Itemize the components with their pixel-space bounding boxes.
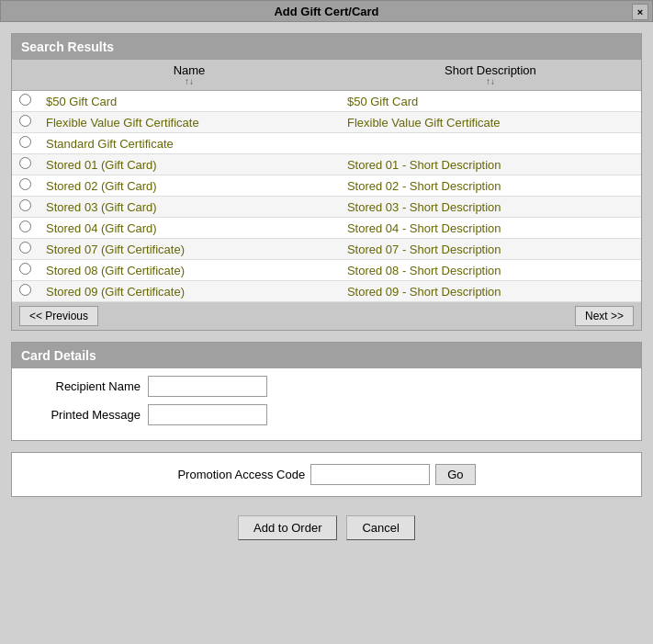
results-tbody: $50 Gift Card$50 Gift CardFlexible Value… <box>12 91 641 302</box>
row-name-cell: Stored 07 (Gift Certificate) <box>39 239 340 260</box>
row-desc-cell: $50 Gift Card <box>340 91 641 112</box>
row-name-cell: Stored 02 (Gift Card) <box>39 175 340 197</box>
row-desc-cell: Flexible Value Gift Certificate <box>340 112 641 133</box>
table-row: Stored 02 (Gift Card)Stored 02 - Short D… <box>12 175 641 197</box>
row-desc-cell <box>340 133 641 154</box>
row-radio-input[interactable] <box>19 199 31 211</box>
row-radio-input[interactable] <box>19 178 31 190</box>
th-name: Name ↑↓ <box>39 60 340 91</box>
card-details-panel: Card Details Recipient Name Printed Mess… <box>11 342 642 441</box>
recipient-name-row: Recipient Name <box>19 376 634 397</box>
row-radio-cell <box>12 112 39 133</box>
row-radio-input[interactable] <box>19 220 31 232</box>
row-radio-input[interactable] <box>19 242 31 254</box>
row-radio-input[interactable] <box>19 284 31 296</box>
row-desc-cell: Stored 04 - Short Description <box>340 218 641 239</box>
row-radio-cell <box>12 91 39 112</box>
row-desc-cell: Stored 03 - Short Description <box>340 197 641 218</box>
go-button[interactable]: Go <box>435 464 475 485</box>
card-details-content: Recipient Name Printed Message <box>12 368 641 440</box>
row-radio-cell <box>12 281 39 302</box>
cancel-button[interactable]: Cancel <box>346 515 414 540</box>
table-row: Stored 08 (Gift Certificate)Stored 08 - … <box>12 260 641 281</box>
row-name-cell: Flexible Value Gift Certificate <box>39 112 340 133</box>
row-name-cell: Stored 08 (Gift Certificate) <box>39 260 340 281</box>
bottom-buttons: Add to Order Cancel <box>11 508 642 548</box>
recipient-name-label: Recipient Name <box>19 379 148 393</box>
table-row: Stored 01 (Gift Card)Stored 01 - Short D… <box>12 154 641 175</box>
table-row: Stored 04 (Gift Card)Stored 04 - Short D… <box>12 218 641 239</box>
row-desc-cell: Stored 08 - Short Description <box>340 260 641 281</box>
th-description: Short Description ↑↓ <box>340 60 641 91</box>
row-radio-cell <box>12 218 39 239</box>
table-row: Flexible Value Gift CertificateFlexible … <box>12 112 641 133</box>
row-radio-input[interactable] <box>19 157 31 169</box>
table-row: Stored 07 (Gift Certificate)Stored 07 - … <box>12 239 641 260</box>
previous-button[interactable]: << Previous <box>19 306 98 326</box>
window-title: Add Gift Cert/Card <box>274 5 378 18</box>
row-radio-cell <box>12 154 39 175</box>
card-details-header: Card Details <box>12 343 641 368</box>
row-name-cell: Stored 01 (Gift Card) <box>39 154 340 175</box>
close-button[interactable]: × <box>632 4 648 20</box>
next-button[interactable]: Next >> <box>575 306 634 326</box>
row-radio-input[interactable] <box>19 115 31 127</box>
row-desc-cell: Stored 01 - Short Description <box>340 154 641 175</box>
add-to-order-button[interactable]: Add to Order <box>238 515 337 540</box>
row-radio-cell <box>12 197 39 218</box>
row-desc-cell: Stored 09 - Short Description <box>340 281 641 302</box>
row-desc-cell: Stored 02 - Short Description <box>340 175 641 197</box>
search-results-header: Search Results <box>12 34 641 60</box>
table-row: Stored 09 (Gift Certificate)Stored 09 - … <box>12 281 641 302</box>
search-results-panel: Search Results Name ↑↓ Short Description… <box>11 33 642 331</box>
name-sort-arrows[interactable]: ↑↓ <box>46 77 332 86</box>
promo-input[interactable] <box>310 464 430 485</box>
row-radio-input[interactable] <box>19 136 31 148</box>
row-desc-cell: Stored 07 - Short Description <box>340 239 641 260</box>
row-radio-cell <box>12 175 39 197</box>
row-radio-input[interactable] <box>19 263 31 275</box>
table-footer: << Previous Next >> <box>12 302 641 330</box>
table-header-row: Name ↑↓ Short Description ↑↓ <box>12 60 641 91</box>
row-name-cell: Stored 03 (Gift Card) <box>39 197 340 218</box>
table-row: Stored 03 (Gift Card)Stored 03 - Short D… <box>12 197 641 218</box>
printed-message-label: Printed Message <box>19 408 148 422</box>
table-row: $50 Gift Card$50 Gift Card <box>12 91 641 112</box>
row-name-cell: Stored 04 (Gift Card) <box>39 218 340 239</box>
row-radio-cell <box>12 260 39 281</box>
recipient-name-input[interactable] <box>148 376 267 397</box>
window-body: Search Results Name ↑↓ Short Description… <box>0 22 653 559</box>
promotion-panel: Promotion Access Code Go <box>11 452 642 497</box>
title-bar: Add Gift Cert/Card × <box>0 0 653 22</box>
printed-message-row: Printed Message <box>19 404 634 425</box>
th-radio <box>12 60 39 91</box>
row-name-cell: $50 Gift Card <box>39 91 340 112</box>
promo-label: Promotion Access Code <box>177 468 305 481</box>
promo-section: Promotion Access Code Go <box>12 453 641 496</box>
row-name-cell: Stored 09 (Gift Certificate) <box>39 281 340 302</box>
results-table: Name ↑↓ Short Description ↑↓ $50 Gift Ca… <box>12 60 641 302</box>
row-radio-cell <box>12 133 39 154</box>
row-radio-input[interactable] <box>19 94 31 106</box>
row-radio-cell <box>12 239 39 260</box>
table-row: Standard Gift Certificate <box>12 133 641 154</box>
printed-message-input[interactable] <box>148 404 267 425</box>
desc-sort-arrows[interactable]: ↑↓ <box>347 77 634 86</box>
main-window: Add Gift Cert/Card × Search Results Name… <box>0 0 653 559</box>
row-name-cell: Standard Gift Certificate <box>39 133 340 154</box>
